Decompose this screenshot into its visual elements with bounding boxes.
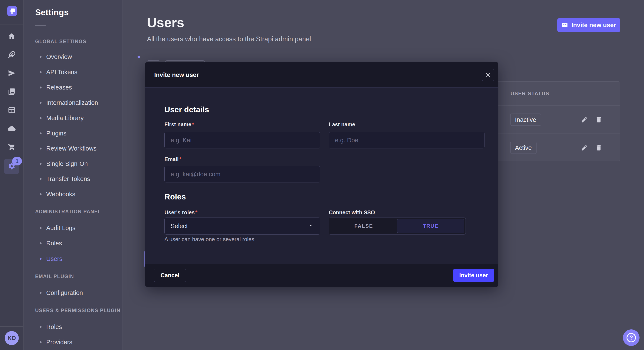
sidebar-item-internationalization[interactable]: Internationalization [24, 95, 122, 110]
bullet-icon [40, 178, 42, 180]
bullet-icon [40, 148, 42, 150]
last-name-field[interactable] [329, 132, 484, 149]
bullet-icon [40, 71, 42, 73]
modal-header: Invite new user [145, 62, 498, 88]
sidebar-item-admin-users[interactable]: Users [24, 251, 122, 266]
section-email-plugin: EMAIL PLUGIN [35, 273, 74, 280]
envelope-icon [562, 22, 568, 28]
delete-trash-icon[interactable] [595, 116, 602, 123]
edit-pencil-icon[interactable] [581, 144, 588, 151]
status-badge: Inactive [510, 114, 541, 126]
bullet-icon [40, 133, 42, 134]
page-subtitle: All the users who have access to the Str… [147, 35, 311, 43]
bullet-icon [40, 102, 42, 104]
invite-new-user-modal: Invite new user User details First name*… [145, 62, 498, 287]
home-icon[interactable] [0, 29, 24, 43]
deploy-paper-plane-icon[interactable] [0, 66, 24, 80]
sidebar-item-transfer-tokens[interactable]: Transfer Tokens [24, 171, 122, 186]
sidebar-item-api-tokens[interactable]: API Tokens [24, 64, 122, 80]
sidebar-item-plugins[interactable]: Plugins [24, 126, 122, 141]
bullet-icon [40, 341, 42, 343]
main-nav-rail: 1 KD [0, 0, 24, 350]
required-marker: * [192, 121, 194, 127]
sidebar-item-media-library[interactable]: Media Library [24, 110, 122, 126]
invite-new-user-button[interactable]: Invite new user [557, 18, 620, 32]
bullet-icon [40, 193, 42, 195]
sso-false-option[interactable]: FALSE [330, 219, 397, 233]
sidebar-item-up-roles[interactable]: Roles [24, 319, 122, 335]
subnav-title-divider [35, 25, 46, 26]
delete-trash-icon[interactable] [595, 144, 602, 151]
bullet-icon [40, 87, 42, 88]
user-avatar[interactable]: KD [5, 331, 19, 345]
bullet-icon [40, 56, 42, 58]
invite-user-button[interactable]: Invite user [453, 269, 494, 282]
bullet-icon [40, 117, 42, 119]
section-users-permissions-plugin: USERS & PERMISSIONS PLUGIN [35, 307, 120, 314]
rail-divider-bottom [0, 326, 23, 327]
bullet-icon [40, 258, 42, 260]
page-title: Users [147, 15, 184, 30]
chevron-down-icon [308, 222, 314, 230]
subnav-title: Settings [35, 8, 69, 17]
bullet-icon [40, 292, 42, 294]
sidebar-item-webhooks[interactable]: Webhooks [24, 186, 122, 202]
modal-footer: Cancel Invite user [145, 264, 498, 287]
sso-true-option[interactable]: TRUE [397, 219, 464, 233]
help-button[interactable]: ? [623, 329, 640, 346]
settings-notification-badge: 1 [12, 157, 22, 166]
strapi-logo[interactable] [7, 6, 17, 16]
close-icon[interactable] [482, 69, 494, 81]
bullet-icon [40, 326, 42, 328]
edit-pencil-icon[interactable] [581, 116, 588, 123]
sidebar-item-up-providers[interactable]: Providers [24, 335, 122, 350]
roles-heading: Roles [164, 192, 186, 201]
roles-select[interactable]: Select [164, 217, 320, 234]
rail-divider [0, 24, 23, 24]
connect-sso-label: Connect with SSO [329, 209, 375, 216]
bullet-icon [40, 242, 42, 244]
sidebar-item-audit-logs[interactable]: Audit Logs [24, 220, 122, 236]
sidebar-item-releases[interactable]: Releases [24, 80, 122, 95]
cancel-button[interactable]: Cancel [154, 269, 186, 282]
roles-hint: A user can have one or several roles [164, 236, 254, 243]
sidebar-item-overview[interactable]: Overview [24, 49, 122, 64]
sidebar-item-review-workflows[interactable]: Review Workflows [24, 141, 122, 156]
required-marker: * [195, 209, 198, 215]
users-roles-label: User's roles* [164, 209, 198, 216]
first-name-field[interactable] [164, 132, 320, 149]
last-name-label: Last name [329, 121, 355, 128]
sidebar-item-email-configuration[interactable]: Configuration [24, 285, 122, 301]
strapi-logo-icon [10, 8, 15, 14]
bullet-icon [40, 227, 42, 229]
modal-title: Invite new user [154, 62, 199, 88]
section-global-settings: GLOBAL SETTINGS [35, 38, 86, 45]
overview-notification-dot [138, 56, 140, 58]
strapi-admin-screen: 1 KD Settings GLOBAL SETTINGS Overview A… [0, 0, 644, 350]
question-icon: ? [626, 333, 636, 342]
user-details-heading: User details [164, 105, 209, 114]
email-field[interactable] [164, 166, 320, 182]
column-header-user-status: USER STATUS [510, 82, 549, 105]
status-badge: Active [510, 142, 536, 154]
marketplace-cart-icon[interactable] [0, 140, 24, 154]
content-manager-layout-icon[interactable] [0, 103, 24, 117]
settings-subnav: Settings GLOBAL SETTINGS Overview API To… [24, 0, 122, 350]
bullet-icon [40, 163, 42, 165]
media-library-icon[interactable] [0, 85, 24, 98]
section-administration-panel: ADMINISTRATION PANEL [35, 208, 101, 215]
cloud-icon[interactable] [0, 122, 24, 136]
email-label: Email* [164, 156, 181, 163]
required-marker: * [179, 156, 182, 162]
first-name-label: First name* [164, 121, 194, 128]
sidebar-item-single-sign-on[interactable]: Single Sign-On [24, 156, 122, 172]
roles-select-value: Select [170, 223, 188, 230]
content-builder-feather-icon[interactable] [0, 48, 24, 61]
sidebar-item-admin-roles[interactable]: Roles [24, 236, 122, 251]
sso-toggle[interactable]: FALSE TRUE [329, 217, 466, 234]
